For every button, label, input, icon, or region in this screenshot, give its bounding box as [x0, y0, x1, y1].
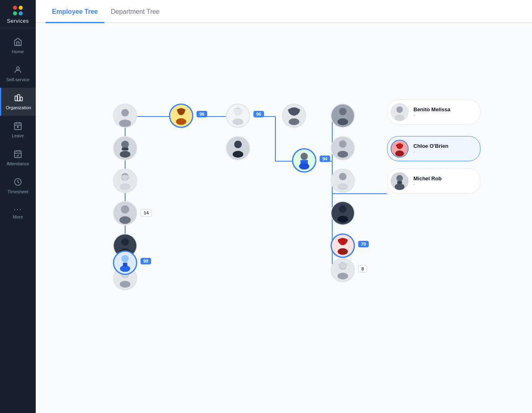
avatar-curly[interactable] [282, 104, 306, 128]
svg-point-67 [339, 140, 347, 148]
tabs-bar: Employee Tree Department Tree [36, 0, 532, 23]
svg-point-71 [337, 184, 348, 190]
svg-point-28 [121, 141, 129, 148]
svg-rect-9 [15, 151, 22, 158]
sidebar-item-timesheet[interactable]: Timesheet [0, 172, 36, 200]
card-role-chloe: - [413, 149, 448, 155]
svg-point-38 [121, 238, 129, 246]
tab-employee-tree[interactable]: Employee Tree [45, 0, 104, 23]
svg-point-33 [120, 184, 130, 190]
person-card-michel[interactable]: Michel Rob - [387, 169, 480, 194]
dot-blue [19, 11, 23, 15]
timesheet-icon [13, 177, 22, 188]
more-label: More [13, 214, 23, 219]
person-card-benito[interactable]: Benito Melissa - [387, 99, 480, 125]
svg-point-52 [233, 119, 243, 125]
svg-point-90 [395, 184, 404, 190]
avatar-3[interactable] [113, 169, 137, 193]
svg-point-65 [337, 119, 348, 125]
svg-point-54 [234, 141, 242, 148]
timesheet-label: Timesheet [8, 189, 28, 194]
card-name-chloe: Chloe O'Brien [413, 143, 448, 149]
sidebar-item-organization[interactable]: Organization [0, 88, 36, 116]
avatar-right-5[interactable] [331, 258, 355, 282]
attendance-icon [13, 149, 22, 160]
home-label: Home [12, 49, 24, 54]
tab-department-tree[interactable]: Department Tree [104, 0, 166, 23]
card-avatar-michel [391, 172, 409, 190]
card-info-michel: Michel Rob - [413, 175, 441, 187]
avatar-right-4[interactable] [331, 201, 355, 225]
svg-point-83 [395, 115, 404, 121]
avatar-node98[interactable] [169, 104, 193, 128]
organization-label: Organization [6, 105, 31, 110]
organization-icon [14, 93, 23, 104]
svg-point-68 [337, 151, 348, 158]
sidebar: Services Home Self-service Organization … [0, 0, 36, 413]
sidebar-logo-label: Services [7, 18, 29, 24]
svg-point-25 [121, 109, 129, 117]
card-info-benito: Benito Melissa - [413, 106, 450, 118]
sidebar-item-more[interactable]: ··· More [0, 200, 36, 225]
card-role-benito: - [413, 112, 450, 118]
sidebar-item-attendance[interactable]: Attendance [0, 144, 36, 172]
score-badge-98: 98 [197, 111, 207, 117]
avatar-7[interactable] [113, 251, 137, 275]
sidebar-item-leave[interactable]: Leave [0, 116, 36, 144]
avatar-node94[interactable] [292, 148, 316, 173]
avatar-right-1[interactable] [331, 104, 355, 128]
svg-point-58 [289, 119, 299, 125]
svg-point-8 [17, 126, 19, 128]
svg-rect-30 [122, 147, 129, 150]
card-name-benito: Benito Melissa [413, 106, 450, 112]
svg-point-49 [176, 118, 186, 125]
card-avatar-benito [391, 103, 409, 121]
svg-point-55 [233, 151, 243, 158]
svg-point-64 [339, 108, 347, 115]
svg-rect-89 [397, 181, 402, 184]
svg-point-88 [396, 175, 403, 182]
svg-point-44 [121, 255, 129, 262]
svg-point-77 [337, 248, 348, 255]
svg-point-0 [16, 67, 19, 70]
score-badge-99: 99 [141, 258, 151, 264]
svg-point-70 [339, 173, 347, 180]
avatar-right-3[interactable] [331, 169, 355, 193]
svg-point-36 [119, 216, 131, 224]
avatar-4[interactable] [113, 201, 137, 225]
logo-dots [13, 6, 23, 15]
sidebar-logo: Services [0, 0, 36, 28]
avatar-right-2[interactable] [331, 136, 355, 160]
avatar-node96[interactable] [226, 104, 250, 128]
score-badge-79: 79 [358, 241, 369, 247]
more-icon: ··· [13, 205, 22, 213]
score-badge-8: 8 [358, 265, 367, 272]
card-role-michel: - [413, 182, 441, 187]
leave-label: Leave [12, 133, 24, 138]
dot-green [13, 11, 17, 15]
home-icon [13, 37, 22, 48]
avatar-1[interactable] [113, 104, 137, 128]
card-name-michel: Michel Rob [413, 175, 441, 182]
dot-yellow [19, 6, 23, 10]
svg-point-42 [120, 281, 130, 288]
svg-point-26 [119, 119, 131, 127]
svg-rect-46 [123, 263, 128, 266]
sidebar-item-home[interactable]: Home [0, 32, 36, 60]
avatar-node79[interactable] [331, 234, 355, 258]
svg-point-80 [337, 273, 348, 280]
svg-point-82 [396, 106, 403, 113]
svg-rect-3 [20, 97, 22, 101]
sidebar-item-self-service[interactable]: Self-service [0, 60, 36, 88]
person-card-chloe[interactable]: Chloe O'Brien - [387, 136, 480, 161]
attendance-label: Attendance [6, 161, 29, 166]
avatar-man-dark[interactable] [226, 136, 250, 160]
svg-point-62 [299, 163, 309, 169]
card-avatar-chloe [391, 140, 409, 158]
svg-point-29 [120, 151, 130, 158]
tree-lines [44, 35, 491, 287]
avatar-2[interactable] [113, 136, 137, 160]
svg-rect-1 [15, 96, 17, 101]
svg-point-60 [301, 153, 308, 160]
tree-area: 14 99 98 96 [36, 23, 532, 413]
